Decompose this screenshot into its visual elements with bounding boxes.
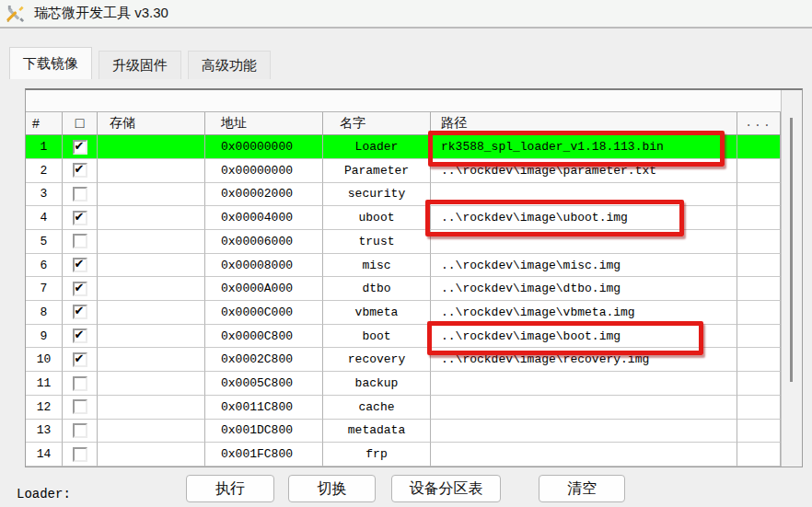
- cell-path[interactable]: [431, 420, 737, 444]
- table-row[interactable]: 4 0x00004000 uboot ..\rockdev\image\uboo…: [26, 206, 781, 230]
- cell-path[interactable]: ..\rockdev\image\dtbo.img: [431, 277, 737, 301]
- cell-index: 2: [26, 159, 63, 183]
- cell-storage: [98, 325, 205, 349]
- cell-index: 3: [26, 183, 63, 207]
- cell-checkbox[interactable]: [63, 443, 98, 467]
- cell-name: recovery: [323, 348, 431, 372]
- row-checkbox[interactable]: [73, 163, 87, 178]
- cell-address: 0x001DC800: [205, 420, 323, 444]
- cell-checkbox[interactable]: [63, 325, 98, 349]
- cell-index: 5: [26, 230, 63, 254]
- cell-index: 14: [26, 443, 63, 467]
- cell-name: Loader: [323, 135, 431, 159]
- cell-path[interactable]: [431, 443, 737, 467]
- tab-advanced-function[interactable]: 高级功能: [188, 51, 271, 79]
- row-checkbox[interactable]: [73, 140, 87, 155]
- cell-checkbox[interactable]: [63, 254, 98, 278]
- cell-path[interactable]: ..\rockdev\image\misc.img: [431, 254, 737, 278]
- cell-storage: [98, 135, 205, 159]
- row-checkbox[interactable]: [73, 423, 87, 438]
- row-checkbox[interactable]: [73, 187, 87, 202]
- cell-index: 6: [26, 254, 63, 278]
- table-row[interactable]: 10 0x0002C800 recovery ..\rockdev\image\…: [26, 348, 781, 372]
- table-body: 1 0x00000000 Loader rk3588_spl_loader_v1…: [26, 135, 781, 467]
- table-row[interactable]: 8 0x0000C000 vbmeta ..\rockdev\image\vbm…: [26, 301, 781, 325]
- scrollbar-thumb[interactable]: [790, 118, 793, 382]
- table-row[interactable]: 11 0x0005C800 backup: [26, 372, 781, 396]
- table-row[interactable]: 14 0x001FC800 frp: [26, 443, 781, 467]
- cell-path[interactable]: ..\rockdev\image\uboot.img: [431, 206, 737, 230]
- table-row[interactable]: 1 0x00000000 Loader rk3588_spl_loader_v1…: [26, 135, 781, 159]
- row-checkbox[interactable]: [73, 305, 87, 319]
- cell-address: 0x001FC800: [205, 443, 323, 467]
- vertical-scrollbar[interactable]: [781, 90, 802, 467]
- tab-download-image[interactable]: 下载镜像: [9, 47, 92, 79]
- cell-checkbox[interactable]: [63, 183, 98, 207]
- cell-checkbox[interactable]: [63, 396, 98, 420]
- table-row[interactable]: 2 0x00000000 Parameter ..\rockdev\image\…: [26, 159, 781, 183]
- cell-checkbox[interactable]: [63, 206, 98, 230]
- switch-button[interactable]: 切换: [288, 475, 376, 502]
- device-partition-table-button[interactable]: 设备分区表: [391, 475, 501, 502]
- table-row[interactable]: 7 0x0000A000 dtbo ..\rockdev\image\dtbo.…: [26, 277, 781, 301]
- cell-more: [737, 348, 781, 372]
- execute-button[interactable]: 执行: [186, 475, 274, 502]
- cell-address: 0x0002C800: [205, 348, 323, 372]
- cell-name: uboot: [323, 206, 431, 230]
- table-row[interactable]: 9 0x0000C800 boot ..\rockdev\image\boot.…: [26, 325, 781, 349]
- cell-more: [737, 443, 781, 467]
- cell-more: [737, 396, 781, 420]
- cell-checkbox[interactable]: [63, 372, 98, 396]
- cell-checkbox[interactable]: [63, 230, 98, 254]
- cell-more: [737, 183, 781, 207]
- table-header-row: # □ 存储 地址 名字 路径 ...: [26, 111, 781, 136]
- tab-upgrade-firmware[interactable]: 升级固件: [99, 51, 181, 79]
- cell-more: [737, 206, 781, 230]
- cell-path[interactable]: ..\rockdev\image\recovery.img: [431, 348, 737, 372]
- cell-storage: [98, 420, 205, 444]
- cell-path[interactable]: ..\rockdev\image\parameter.txt: [431, 159, 737, 183]
- table-row[interactable]: 13 0x001DC800 metadata: [26, 420, 781, 444]
- table-top-blank: [26, 90, 781, 111]
- cell-more: [737, 325, 781, 349]
- window-title: 瑞芯微开发工具 v3.30: [34, 5, 168, 22]
- clear-button[interactable]: 清空: [539, 475, 625, 502]
- cell-more: [737, 159, 781, 183]
- cell-more: [737, 277, 781, 301]
- cell-path[interactable]: [431, 230, 737, 254]
- cell-path[interactable]: [431, 396, 737, 420]
- row-checkbox[interactable]: [73, 211, 87, 225]
- cell-checkbox[interactable]: [63, 301, 98, 325]
- cell-checkbox[interactable]: [63, 159, 98, 183]
- app-tools-icon: [5, 3, 26, 24]
- row-checkbox[interactable]: [73, 282, 87, 296]
- row-checkbox[interactable]: [73, 258, 87, 272]
- row-checkbox[interactable]: [73, 447, 87, 462]
- cell-checkbox[interactable]: [63, 277, 98, 301]
- cell-name: cache: [323, 396, 431, 420]
- cell-path[interactable]: ..\rockdev\image\boot.img: [431, 325, 737, 349]
- cell-address: 0x0011C800: [205, 396, 323, 420]
- cell-path[interactable]: rk3588_spl_loader_v1.18.113.bin: [431, 135, 737, 159]
- cell-path[interactable]: [431, 372, 737, 396]
- table-row[interactable]: 6 0x00008000 misc ..\rockdev\image\misc.…: [26, 254, 781, 278]
- cell-more: [737, 254, 781, 278]
- row-checkbox[interactable]: [73, 376, 87, 391]
- row-checkbox[interactable]: [73, 399, 87, 414]
- row-checkbox[interactable]: [73, 328, 87, 343]
- table-row[interactable]: 3 0x00002000 security: [26, 183, 781, 207]
- cell-index: 10: [26, 348, 63, 372]
- header-address: 地址: [205, 112, 323, 136]
- cell-name: backup: [323, 372, 431, 396]
- table-row[interactable]: 5 0x00006000 trust: [26, 230, 781, 254]
- cell-path[interactable]: [431, 183, 737, 207]
- header-checkbox[interactable]: □: [63, 112, 98, 136]
- cell-path[interactable]: ..\rockdev\image\vbmeta.img: [431, 301, 737, 325]
- cell-checkbox[interactable]: [63, 348, 98, 372]
- cell-checkbox[interactable]: [63, 420, 98, 444]
- table-row[interactable]: 12 0x0011C800 cache: [26, 396, 781, 420]
- row-checkbox[interactable]: [73, 352, 87, 367]
- cell-checkbox[interactable]: [63, 135, 98, 159]
- cell-more: [737, 135, 781, 159]
- row-checkbox[interactable]: [73, 234, 87, 248]
